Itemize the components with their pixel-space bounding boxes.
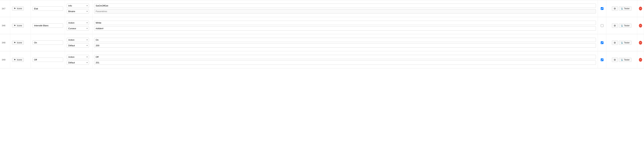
- tester-label: Tester: [624, 59, 630, 61]
- type1-wrapper-346: Info Action ▼: [67, 21, 89, 25]
- flag-icon: [14, 7, 16, 10]
- flag-icon: [14, 41, 16, 44]
- signal-icon: 📡: [621, 7, 623, 10]
- tester-label: Tester: [624, 24, 630, 27]
- tester-button-346[interactable]: 📡 Tester: [619, 23, 632, 28]
- minus-icon: −: [640, 58, 641, 61]
- type1-select-346[interactable]: Info Action: [67, 21, 89, 25]
- delete-cell-347: −: [637, 0, 644, 17]
- icon-button-346[interactable]: Icone: [12, 23, 24, 28]
- delete-cell-348: −: [637, 34, 644, 51]
- name-input-348[interactable]: [32, 40, 63, 45]
- value-cell-349: [92, 51, 598, 68]
- value2-input-348[interactable]: [94, 43, 596, 48]
- gear-icon: [614, 24, 616, 27]
- icon-label: Icone: [17, 24, 22, 27]
- gear-button-346[interactable]: [612, 23, 618, 28]
- value1-input-348[interactable]: [94, 38, 596, 42]
- checkbox-346[interactable]: [601, 24, 604, 27]
- type2-select-348[interactable]: Binaire Numérique Texte Défaut Curseur C…: [67, 43, 89, 48]
- tester-button-347[interactable]: 📡 Tester: [619, 6, 632, 10]
- icon-button-348[interactable]: Icone: [12, 41, 24, 45]
- delete-cell-346: −: [637, 17, 644, 34]
- type-cell-346: Info Action ▼ Binaire Numérique Texte Dé…: [65, 17, 92, 34]
- icon-button-347[interactable]: Icone: [12, 6, 24, 10]
- minus-icon: −: [640, 7, 641, 10]
- icon-cell-349: Icone: [10, 51, 31, 68]
- value1-input-347[interactable]: [94, 3, 596, 8]
- type-cell-349: Info Action ▼ Binaire Numérique Texte Dé…: [65, 51, 92, 68]
- tester-label: Tester: [624, 7, 630, 10]
- name-input-349[interactable]: [32, 58, 63, 62]
- minus-icon: −: [640, 41, 641, 44]
- type2-wrapper-346: Binaire Numérique Texte Défaut Curseur C…: [67, 26, 89, 31]
- id-value: 349: [2, 58, 6, 61]
- icon-cell-346: Icone: [10, 17, 31, 34]
- checkbox-cell-346: [598, 17, 606, 34]
- tester-label: Tester: [624, 41, 630, 44]
- icon-button-349[interactable]: Icone: [12, 58, 24, 62]
- tester-button-349[interactable]: 📡 Tester: [619, 58, 632, 62]
- type2-select-349[interactable]: Binaire Numérique Texte Défaut Curseur C…: [67, 60, 89, 65]
- delete-button-349[interactable]: −: [639, 58, 642, 62]
- value2-input-349[interactable]: [94, 60, 596, 65]
- type2-wrapper-348: Binaire Numérique Texte Défaut Curseur C…: [67, 43, 89, 48]
- value-cell-346: [92, 17, 598, 34]
- gear-button-347[interactable]: [612, 6, 618, 11]
- delete-button-347[interactable]: −: [639, 7, 642, 10]
- tester-button-348[interactable]: 📡 Tester: [619, 41, 632, 45]
- type2-select-347[interactable]: Binaire Numérique Texte Défaut Curseur C…: [67, 9, 89, 13]
- name-cell-348: [31, 34, 65, 51]
- type1-wrapper-347: Info Action ▼: [67, 3, 89, 8]
- type2-wrapper-349: Binaire Numérique Texte Défaut Curseur C…: [67, 60, 89, 65]
- icon-label: Icone: [17, 59, 22, 61]
- gear-icon: [614, 41, 616, 44]
- table-row: 348 Icone Info Action ▼ Bina: [0, 34, 644, 51]
- actions-cell-347: 📡 Tester: [606, 0, 637, 17]
- table-row: 346 Icone Info Action ▼ Bina: [0, 17, 644, 34]
- delete-button-348[interactable]: −: [639, 41, 642, 45]
- name-cell-349: [31, 51, 65, 68]
- row-id-347: 347: [0, 0, 10, 17]
- type2-select-346[interactable]: Binaire Numérique Texte Défaut Curseur C…: [67, 26, 89, 31]
- id-value: 346: [2, 24, 6, 27]
- rows-table: 347 Icone Info Action ▼ Bina: [0, 0, 644, 68]
- checkbox-349[interactable]: [601, 58, 604, 61]
- id-value: 347: [2, 7, 6, 10]
- type-cell-348: Info Action ▼ Binaire Numérique Texte Dé…: [65, 34, 92, 51]
- type1-wrapper-349: Info Action ▼: [67, 55, 89, 59]
- icon-label: Icone: [17, 41, 22, 44]
- signal-icon: 📡: [621, 24, 623, 27]
- type1-select-347[interactable]: Info Action: [67, 3, 89, 8]
- minus-icon: −: [640, 24, 641, 27]
- name-input-347[interactable]: [32, 6, 63, 11]
- checkbox-347[interactable]: [601, 7, 604, 10]
- type1-select-349[interactable]: Info Action: [67, 55, 89, 59]
- flag-icon: [14, 24, 16, 27]
- icon-cell-347: Icone: [10, 0, 31, 17]
- flag-icon: [14, 59, 16, 61]
- id-value: 348: [2, 41, 6, 44]
- value1-input-349[interactable]: [94, 55, 596, 59]
- row-id-348: 348: [0, 34, 10, 51]
- gear-icon: [614, 7, 616, 10]
- gear-button-349[interactable]: [612, 58, 618, 62]
- actions-cell-348: 📡 Tester: [606, 34, 637, 51]
- gear-button-348[interactable]: [612, 40, 618, 45]
- checkbox-cell-349: [598, 51, 606, 68]
- name-input-346[interactable]: [32, 23, 63, 28]
- checkbox-348[interactable]: [601, 41, 604, 44]
- name-cell-347: [31, 0, 65, 17]
- value1-input-346[interactable]: [94, 21, 596, 25]
- type1-wrapper-348: Info Action ▼: [67, 38, 89, 42]
- delete-button-346[interactable]: −: [639, 24, 642, 27]
- name-cell-346: [31, 17, 65, 34]
- table-row: 347 Icone Info Action ▼ Bina: [0, 0, 644, 17]
- row-id-346: 346: [0, 17, 10, 34]
- type2-wrapper-347: Binaire Numérique Texte Défaut Curseur C…: [67, 9, 89, 13]
- value2-input-347[interactable]: [94, 9, 596, 13]
- icon-cell-348: Icone: [10, 34, 31, 51]
- signal-icon: 📡: [621, 41, 623, 44]
- value2-input-346[interactable]: [94, 26, 596, 31]
- type1-select-348[interactable]: Info Action: [67, 38, 89, 42]
